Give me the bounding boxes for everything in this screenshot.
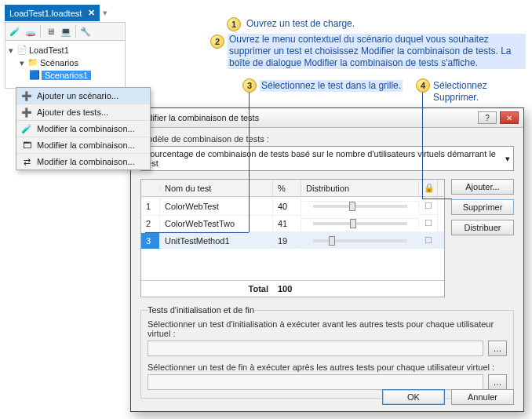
tree-root-label: LoadTest1 [29,46,69,55]
title-bar: Modifier la combinaison de tests ? ✕ [131,108,523,128]
context-label: Ajouter un scénario... [37,91,118,100]
lock-checkbox[interactable]: ☐ [419,231,438,249]
context-label: Ajouter des tests... [37,107,108,117]
mix-icon[interactable]: 🧫 [24,25,37,38]
distribute-button[interactable]: Distribuer [451,220,514,235]
row-percent[interactable]: 19 [273,232,301,249]
init-end-group: Tests d'initialisation et de fin Sélecti… [140,305,514,399]
toolbar: 🧪 🧫 🖥 💻 🔧 [5,22,126,41]
end-test-field[interactable] [148,374,483,390]
table-row[interactable]: 2 ColorWebTestTwo 41 ☐ [141,214,444,231]
row-name: ColorWebTestTwo [160,215,273,231]
row-percent[interactable]: 41 [273,215,301,231]
browser-icon: 🗔 [21,140,32,151]
end-browse-button[interactable]: … [488,374,507,390]
context-item-add-scenario[interactable]: ➕ Ajouter un scénario... [16,88,150,104]
tree-folder-label: Scénarios [40,58,78,67]
lock-checkbox[interactable]: ☐ [419,214,438,231]
end-label: Sélectionner un test de fin à exécuter a… [148,363,507,372]
init-legend: Tests d'initialisation et de fin [148,305,254,315]
document-tab[interactable]: LoadTest1.loadtest ✕ [5,5,100,21]
total-value: 100 [273,281,301,297]
connector-4 [422,91,423,199]
row-index: 1 [141,198,160,214]
step-2-text: Ouvrez le menu contextuel du scénario du… [228,34,526,69]
row-index: 2 [141,215,160,231]
table-row[interactable]: 1 ColorWebTest 40 ☐ [141,197,444,214]
new-icon[interactable]: 🧪 [9,25,21,38]
add-icon: ➕ [21,90,32,101]
network-icon: ⇄ [21,156,32,167]
model-label: Modèle de combinaison de tests : [140,134,514,144]
project-icon: 📄 [16,45,27,56]
flask-icon: 🧪 [21,123,32,134]
step-1-badge: 1 [227,17,241,31]
add-test-icon: ➕ [21,107,32,118]
step-1-text: Ouvrez un test de charge. [246,18,513,30]
separator [75,25,76,38]
connector-4-h [422,199,452,199]
total-label: Total [160,281,273,297]
table-row-selected[interactable]: 3 UnitTestMethod1 19 ☐ [141,231,444,249]
step-3-text: Sélectionnez le test dans la grille. [260,80,403,92]
cancel-button[interactable]: Annuler [451,389,514,405]
grid-total-row: Total 100 [141,280,444,297]
test-tree: ▾ 📄 LoadTest1 ▾ 📁 Scénarios 🟦 Scenarios1 [5,41,126,89]
row-index: 3 [141,232,160,249]
tree-scenario-selected[interactable]: 🟦 Scenarios1 [29,69,123,82]
init-label: Sélectionner un test d'initialisation à … [148,319,507,338]
test-grid: Nom du test % Distribution 🔒 1 ColorWebT… [140,179,445,297]
row-slider[interactable] [301,218,419,228]
model-dropdown[interactable]: Pourcentage de combinaison de tests basé… [140,146,514,171]
context-item-add-tests[interactable]: ➕ Ajouter des tests... [16,104,150,121]
col-name[interactable]: Nom du test [160,180,273,196]
step-4-text: Sélectionnez Supprimer. [433,80,532,104]
model-dropdown-value: Pourcentage de combinaison de tests basé… [144,149,505,168]
connector-3-h [145,232,249,233]
row-slider[interactable] [301,201,419,211]
chevron-down-icon: ▾ [505,154,510,164]
col-dist[interactable]: Distribution [301,180,419,196]
scenario-icon: 🟦 [29,70,40,81]
add-button[interactable]: Ajouter... [451,179,514,195]
connector-3 [249,91,250,232]
init-browse-button[interactable]: … [488,341,507,356]
lock-checkbox[interactable]: ☐ [419,197,438,214]
help-button[interactable]: ? [478,111,497,124]
context-item-edit-mix-3[interactable]: ⇄ Modifier la combinaison... [16,154,150,169]
tree-selected-label: Scenarios1 [42,71,91,80]
row-percent[interactable]: 40 [273,198,301,214]
close-icon[interactable]: ✕ [88,8,95,18]
step-2-badge: 2 [210,35,224,49]
tab-label: LoadTest1.loadtest [9,9,82,18]
counter-icon[interactable]: 🖥 [44,25,56,38]
context-item-edit-mix-1[interactable]: 🧪 Modifier la combinaison... [16,121,150,137]
init-test-field[interactable] [148,341,483,356]
tree-root[interactable]: ▾ 📄 LoadTest1 [7,44,123,56]
grid-header: Nom du test % Distribution 🔒 [141,180,444,197]
separator [40,25,41,38]
row-slider[interactable] [301,235,419,246]
step-3-badge: 3 [242,78,257,93]
col-percent[interactable]: % [273,180,301,196]
row-name: ColorWebTest [160,198,273,214]
remove-button[interactable]: Supprimer [451,199,514,215]
context-menu: ➕ Ajouter un scénario... ➕ Ajouter des t… [16,87,151,170]
context-label: Modifier la combinaison... [37,124,135,133]
settings-icon[interactable]: 🔧 [79,25,92,38]
edit-mix-dialog: Modifier la combinaison de tests ? ✕ Mod… [130,107,524,412]
context-item-edit-mix-2[interactable]: 🗔 Modifier la combinaison... [16,137,150,154]
context-label: Modifier la combinaison... [37,157,135,166]
monitor-icon[interactable]: 💻 [60,25,72,38]
tab-overflow-icon[interactable]: ▾ [103,8,107,18]
folder-icon: 📁 [27,57,38,68]
ok-button[interactable]: OK [382,389,445,405]
context-label: Modifier la combinaison... [37,140,135,150]
close-button[interactable]: ✕ [500,111,519,124]
dialog-title: Modifier la combinaison de tests [136,113,259,122]
row-name: UnitTestMethod1 [160,232,273,249]
tree-folder[interactable]: ▾ 📁 Scénarios [18,56,123,69]
step-4-badge: 4 [416,78,430,93]
collapse-icon[interactable]: ▾ [7,46,15,56]
collapse-icon[interactable]: ▾ [18,58,26,68]
